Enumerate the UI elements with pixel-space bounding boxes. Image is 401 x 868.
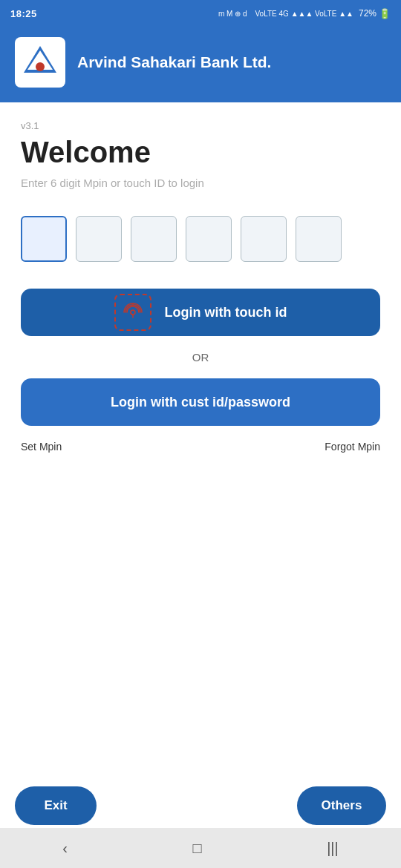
- bank-name: Arvind Sahakari Bank Ltd.: [77, 53, 271, 71]
- network-info: VoLTE 4G ▲▲▲ VoLTE ▲▲: [255, 10, 353, 18]
- status-time: 18:25: [10, 8, 37, 19]
- bank-logo: [15, 37, 65, 88]
- pin-input-group[interactable]: [21, 216, 380, 262]
- login-subtitle: Enter 6 digit Mpin or touch ID to login: [21, 177, 380, 189]
- system-nav-bar: ‹ □ |||: [0, 828, 401, 868]
- fingerprint-icon: [120, 300, 146, 325]
- svg-point-2: [36, 62, 45, 71]
- main-content: v3.1 Welcome Enter 6 digit Mpin or touch…: [0, 102, 401, 868]
- pin-box-4[interactable]: [186, 216, 232, 262]
- battery-icon: 🔋: [379, 8, 391, 19]
- forgot-mpin-link[interactable]: Forgot Mpin: [325, 441, 380, 453]
- app-header: Arvind Sahakari Bank Ltd.: [0, 27, 401, 102]
- nav-recents-button[interactable]: |||: [312, 834, 353, 863]
- or-divider: OR: [21, 351, 380, 364]
- logo-svg: [19, 42, 61, 83]
- pin-box-2[interactable]: [76, 216, 122, 262]
- status-icons: m M ⊕ d VoLTE 4G ▲▲▲ VoLTE ▲▲ 72% 🔋: [218, 8, 391, 19]
- pin-box-6[interactable]: [296, 216, 342, 262]
- welcome-heading: Welcome: [21, 136, 380, 169]
- nav-back-button[interactable]: ‹: [48, 834, 82, 863]
- version-label: v3.1: [21, 120, 380, 131]
- bottom-action-buttons: Exit Others: [0, 786, 401, 825]
- set-mpin-link[interactable]: Set Mpin: [21, 441, 62, 453]
- mpin-links: Set Mpin Forgot Mpin: [21, 441, 380, 453]
- login-touch-id-label: Login with touch id: [165, 305, 287, 320]
- exit-button[interactable]: Exit: [15, 786, 97, 825]
- login-touch-id-button[interactable]: Login with touch id: [21, 289, 380, 336]
- fingerprint-frame: [114, 294, 151, 331]
- pin-box-1[interactable]: [21, 216, 67, 262]
- pin-box-3[interactable]: [131, 216, 177, 262]
- nav-home-button[interactable]: □: [177, 834, 216, 863]
- others-button[interactable]: Others: [297, 786, 386, 825]
- login-cust-id-button[interactable]: Login with cust id/password: [21, 378, 380, 426]
- status-bar: 18:25 m M ⊕ d VoLTE 4G ▲▲▲ VoLTE ▲▲ 72% …: [0, 0, 401, 27]
- pin-box-5[interactable]: [241, 216, 287, 262]
- battery-level: 72%: [359, 8, 376, 19]
- sim-icon: m M ⊕ d: [218, 10, 247, 18]
